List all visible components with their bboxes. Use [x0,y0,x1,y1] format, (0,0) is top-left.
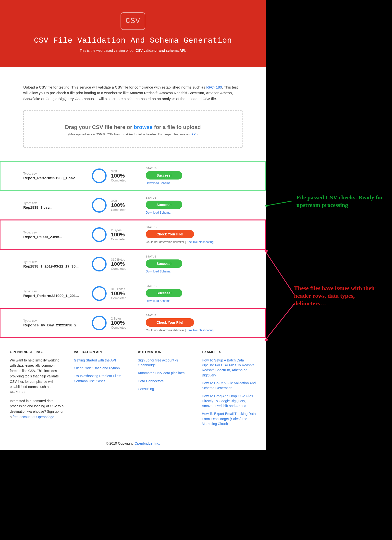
free-account-link[interactable]: free account at Openbridge [13,415,54,419]
footer-col-automation: AUTOMATION Sign up for free account @ Op… [138,350,192,429]
file-type: Type: csv [23,231,92,234]
file-type: Type: csv [23,260,92,264]
download-schema-link[interactable]: Download Schema [146,211,171,214]
file-completed-label: Completed [111,326,126,329]
footer-link[interactable]: Troubleshooting Problem Files: Common Us… [74,373,128,384]
status-success-pill[interactable]: Success! [146,201,182,209]
file-extra: Download Schema [146,299,243,303]
footer-link[interactable]: How To Do CSV File Validation And Schema… [202,381,256,391]
status-label: STATUS [146,284,243,287]
footer-col-examples: EXAMPLES How To Setup A Batch Data Pipel… [202,350,256,429]
file-row: Type: csv Report_Perform221900_1.csv... … [0,161,266,191]
footer-text: We want to help simplify working with da… [10,358,64,395]
footer-heading: EXAMPLES [202,350,256,354]
file-percent: 100% [111,261,126,267]
file-row: Type: csv Report_Pe900_2.csv... 2 Bytes … [0,220,266,249]
status-success-pill[interactable]: Success! [146,171,182,180]
progress-circle-icon [92,286,107,301]
progress-circle-icon [92,257,107,271]
rfc4180-link[interactable]: RFC4180 [206,85,222,89]
file-completed-label: Completed [111,208,126,212]
file-name: Report_Perform221900_1.csv... [23,176,92,180]
status-success-pill[interactable]: Success! [146,259,182,268]
file-extra: Download Schema [146,181,243,185]
file-name: Reponce_by_Day_23221838_2.... [23,323,92,327]
file-extra: Download Schema [146,270,243,273]
download-schema-link[interactable]: Download Schema [146,270,171,273]
file-row: Type: csv Rep1838_1_2019-03-22_17_30... … [0,249,266,279]
file-name: Report_Pe900_2.csv... [23,235,92,239]
status-error-pill[interactable]: Check Your File! [146,230,194,238]
file-extra: Could not determine delimiter | See Trou… [146,240,243,244]
file-completed-label: Completed [111,296,126,300]
copyright: © 2019 Copyright: Openbridge, Inc. [0,437,266,450]
file-row: Type: csv Rep1838_1.csv... 3KB 100% Comp… [0,191,266,220]
file-percent: 100% [111,320,126,326]
svg-line-4 [265,304,294,341]
browse-link[interactable]: browse [134,124,153,130]
file-type: Type: csv [23,289,92,293]
progress-circle-icon [92,198,107,213]
see-troubleshooting-link[interactable]: See Troubleshooting [187,329,214,332]
file-row: Type: csv Report_Perform221900_1_201... … [0,279,266,308]
status-label: STATUS [146,167,243,170]
page-subtitle: This is the web based version of our CSV… [5,49,261,52]
copyright-link[interactable]: Openbridge, Inc. [135,441,160,445]
progress-circle-icon [92,168,107,183]
file-percent: 100% [111,203,126,208]
status-label: STATUS [146,226,243,229]
svg-line-0 [265,201,292,206]
see-troubleshooting-link[interactable]: See Troubleshooting [187,240,214,244]
status-label: STATUS [146,196,243,199]
download-schema-link[interactable]: Download Schema [146,181,171,185]
api-link[interactable]: API [191,132,196,136]
file-type: Type: csv [23,172,92,175]
page-title: CSV File Validation And Schema Generatio… [5,36,261,45]
annotation-passed: File passed CSV checks. Ready for upstre… [296,194,390,209]
file-row: Type: csv Reponce_by_Day_23221838_2.... … [0,308,266,338]
footer-heading: OPENBRIDGE, INC. [10,350,64,354]
footer-link[interactable]: Getting Started with the API [74,358,128,363]
annotation-issues: These files have issues with their heade… [294,284,387,308]
file-type: Type: csv [23,319,92,322]
dropzone[interactable]: Drag your CSV file here or browse for a … [23,110,243,148]
status-success-pill[interactable]: Success! [146,289,182,297]
dropzone-subtitle: (Max upload size is 25MB. CSV files must… [29,132,237,136]
progress-circle-icon [92,316,107,330]
file-name: Rep1838_1.csv... [23,205,92,209]
footer-col-about: OPENBRIDGE, INC. We want to help simplif… [10,350,64,429]
hero-banner: CSV CSV File Validation And Schema Gener… [0,0,266,67]
file-completed-label: Completed [111,267,126,270]
progress-circle-icon [92,227,107,242]
footer-link[interactable]: Automated CSV data pipelines [138,371,192,375]
footer-link[interactable]: Consulting [138,386,192,391]
svg-marker-1 [265,204,268,207]
status-label: STATUS [146,314,243,317]
file-name: Rep1838_1_2019-03-22_17_30... [23,264,92,268]
file-type: Type: csv [23,201,92,205]
csv-icon: CSV [121,12,145,30]
dropzone-title: Drag your CSV file here or browse for a … [29,124,237,130]
footer-link[interactable]: Data Connectors [138,379,192,384]
footer-link[interactable]: Sign up for free account @ Openbridge [138,358,192,368]
download-schema-link[interactable]: Download Schema [146,299,171,303]
intro-text: Upload a CSV file for testing! This serv… [23,84,243,102]
footer-link[interactable]: Client Code: Bash and Python [74,366,128,371]
file-completed-label: Completed [111,237,126,241]
footer-link[interactable]: How To Export Email Tracking Data From E… [202,411,256,426]
footer-link[interactable]: How To Drag And Drop CSV Files Directly … [202,394,256,409]
status-error-pill[interactable]: Check Your File! [146,318,194,327]
footer-heading: AUTOMATION [138,350,192,354]
file-percent: 100% [111,173,126,179]
file-percent: 100% [111,232,126,237]
file-percent: 100% [111,291,126,296]
footer-col-validation: VALIDATION API Getting Started with the … [74,350,128,429]
file-name: Report_Perform221900_1_201... [23,294,92,298]
footer-link[interactable]: How To Setup A Batch Data Pipeline For C… [202,358,256,378]
file-completed-label: Completed [111,179,126,182]
file-list: Type: csv Report_Perform221900_1.csv... … [0,161,266,338]
file-extra: Download Schema [146,211,243,214]
footer-heading: VALIDATION API [74,350,128,354]
footer-text: Interested in automated data processing … [10,399,64,420]
footer: OPENBRIDGE, INC. We want to help simplif… [0,338,266,437]
